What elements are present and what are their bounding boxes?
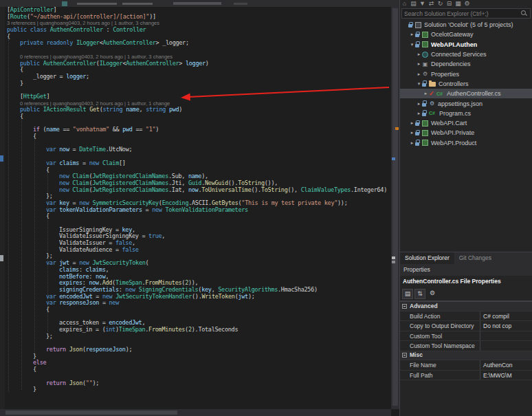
lock-icon bbox=[415, 130, 420, 136]
property-value[interactable]: Do not cop bbox=[480, 321, 532, 331]
tree-item-properties[interactable]: ▸⚙Properties bbox=[400, 69, 532, 78]
property-label: Build Action bbox=[400, 311, 480, 321]
chevron-collapsed-icon[interactable]: ▸ bbox=[416, 52, 422, 57]
show-all-files-icon[interactable]: ▦ bbox=[455, 0, 461, 7]
tree-item-dependencies[interactable]: ▸▣Dependencies bbox=[400, 59, 532, 69]
properties-panel-title: Properties bbox=[400, 264, 532, 276]
scrollbar-annotation bbox=[395, 127, 399, 130]
tree-item-authencontroller-cs[interactable]: ▸✓C#AuthenController.cs bbox=[400, 89, 532, 98]
switch-views-icon[interactable]: ▤ bbox=[410, 0, 417, 7]
refresh-icon[interactable]: ↻ bbox=[437, 0, 443, 7]
property-section-misc[interactable]: Misc bbox=[400, 351, 532, 361]
chevron-collapsed-icon[interactable]: ▸ bbox=[416, 101, 422, 107]
code-line bbox=[0, 87, 391, 94]
solution-explorer-search[interactable] bbox=[401, 8, 531, 19]
code-line: var tokenValidationParameters = new Toke… bbox=[0, 207, 391, 214]
property-pages-icon[interactable]: ⚙ bbox=[427, 289, 438, 299]
code-line: { bbox=[0, 213, 391, 220]
tree-item-connected-services[interactable]: ▸Connected Services bbox=[400, 50, 532, 59]
tree-item-program-cs[interactable]: ▸C#Program.cs bbox=[400, 109, 532, 118]
code-line: _logger = logger; bbox=[0, 74, 391, 80]
code-line: expires_in = (int)TimeSpan.FromMinutes(2… bbox=[0, 327, 391, 333]
dependencies-icon: ▣ bbox=[422, 61, 428, 67]
tree-item-label: Properties bbox=[431, 71, 459, 78]
chevron-collapsed-icon[interactable]: ▸ bbox=[416, 61, 422, 67]
tree-item-webapi-authen[interactable]: ▾WebAPI.Authen bbox=[400, 40, 532, 50]
project-icon bbox=[422, 32, 428, 38]
toolbar-fragment bbox=[173, 2, 221, 5]
property-value[interactable] bbox=[480, 341, 532, 351]
code-line: var responseJson = new bbox=[0, 300, 391, 307]
property-value[interactable] bbox=[480, 331, 532, 341]
property-label: Custom Tool Namespace bbox=[400, 341, 480, 351]
panel-tabs: Solution Explorer Git Changes bbox=[400, 252, 532, 264]
tree-item-webapi-product[interactable]: ▸WebAPI.Product bbox=[400, 138, 532, 148]
scrollbar-thumb[interactable] bbox=[392, 8, 398, 406]
modified-check-icon: ✓ bbox=[429, 91, 434, 97]
collapse-section-icon[interactable] bbox=[402, 304, 407, 309]
chevron-collapsed-icon[interactable]: ▸ bbox=[409, 32, 415, 37]
project-icon bbox=[422, 41, 428, 47]
search-input[interactable] bbox=[402, 10, 521, 18]
lock-icon bbox=[415, 120, 420, 127]
chevron-collapsed-icon[interactable]: ▸ bbox=[409, 120, 415, 126]
chevron-collapsed-icon[interactable]: ▸ bbox=[409, 140, 415, 146]
chevron-collapsed-icon[interactable]: ▸ bbox=[416, 72, 422, 77]
editor-horizontal-scrollbar[interactable] bbox=[0, 409, 391, 416]
tree-item-ocelotgateway[interactable]: ▸OcelotGateway bbox=[400, 30, 532, 39]
tree-item-appsettings-json[interactable]: ▸⚙appsettings.json bbox=[400, 98, 532, 108]
chevron-collapsed-icon[interactable]: ▸ bbox=[416, 111, 422, 116]
tree-item-controllers[interactable]: ▾Controllers bbox=[400, 79, 532, 89]
chevron-collapsed-icon[interactable]: ▸ bbox=[409, 130, 415, 135]
property-row: Full PathE:\MWG\M bbox=[400, 371, 532, 381]
home-icon[interactable]: ⌂ bbox=[401, 0, 408, 7]
scrollbar-annotation bbox=[392, 157, 395, 160]
editor-vertical-scrollbar[interactable] bbox=[391, 7, 399, 409]
property-section-advanced[interactable]: Advanced bbox=[400, 302, 532, 311]
tree-item-solution-ocelot-5-of-5-projects[interactable]: Solution 'Ocelot' (5 of 5 projects) bbox=[400, 20, 532, 30]
tree-item-webapi-cart[interactable]: ▸WebAPI.Cart bbox=[400, 118, 532, 128]
solution-explorer-toolbar-clipped: ⌂▤▼⇄↻⊟▦⚙ bbox=[400, 0, 532, 8]
alphabetical-sort-icon[interactable]: ⇅ bbox=[414, 289, 425, 299]
properties-object-selector[interactable]: AuthenController.cs File Properties bbox=[400, 276, 532, 287]
tab-git-changes[interactable]: Git Changes bbox=[454, 252, 496, 264]
code-line: return Json(responseJson); bbox=[0, 347, 391, 353]
code-line: else bbox=[0, 360, 391, 366]
code-line: } bbox=[0, 80, 391, 87]
sync-with-document-icon[interactable]: ⇄ bbox=[428, 0, 434, 7]
lock-icon bbox=[422, 100, 427, 107]
tree-item-label: Connected Services bbox=[431, 51, 487, 58]
project-icon bbox=[422, 120, 428, 127]
collapse-section-icon[interactable] bbox=[402, 353, 407, 358]
categorized-icon[interactable]: ▤ bbox=[402, 289, 413, 299]
property-value[interactable]: AuthenCon bbox=[480, 360, 532, 370]
code-editor[interactable]: [ApiController][Route("~/authen-api/[con… bbox=[0, 0, 399, 416]
scrollbar-thumb[interactable] bbox=[5, 410, 177, 415]
property-value[interactable]: C# compil bbox=[480, 311, 532, 321]
folder-icon bbox=[429, 82, 436, 87]
code-line: } bbox=[0, 353, 391, 360]
code-line: private readonly ILogger<AuthenControlle… bbox=[0, 40, 391, 47]
tree-item-label: Controllers bbox=[439, 80, 469, 87]
tab-solution-explorer[interactable]: Solution Explorer bbox=[400, 252, 454, 264]
code-line: var claims = new Claim[] bbox=[0, 160, 391, 167]
main-toolbar-clipped bbox=[0, 0, 399, 7]
filter-icon[interactable]: ▼ bbox=[419, 0, 425, 7]
collapse-all-icon[interactable]: ⊟ bbox=[446, 0, 452, 7]
csharp-file-icon: C# bbox=[429, 110, 436, 116]
code-line: { bbox=[0, 133, 391, 140]
tree-item-webapi-private[interactable]: ▸WebAPI.Private bbox=[400, 128, 532, 138]
chevron-expanded-icon[interactable]: ▾ bbox=[409, 42, 415, 47]
solution-tree: Solution 'Ocelot' (5 of 5 projects)▸Ocel… bbox=[400, 20, 532, 151]
code-line: ValidateAudience = false bbox=[0, 247, 391, 254]
tree-item-label: WebAPI.Product bbox=[431, 140, 476, 146]
chevron-collapsed-icon[interactable]: ▸ bbox=[423, 91, 429, 96]
code-line: new Claim(JwtRegisteredClaimNames.Iat, n… bbox=[0, 187, 391, 194]
properties-icon[interactable]: ⚙ bbox=[464, 0, 470, 7]
property-value[interactable]: E:\MWG\M bbox=[480, 371, 532, 380]
properties-icon: ⚙ bbox=[422, 71, 428, 77]
chevron-expanded-icon[interactable]: ▾ bbox=[416, 81, 422, 87]
lock-icon bbox=[422, 80, 427, 87]
code-line: var now = DateTime.UtcNow; bbox=[0, 146, 391, 153]
toolbar-fragment bbox=[62, 1, 67, 6]
